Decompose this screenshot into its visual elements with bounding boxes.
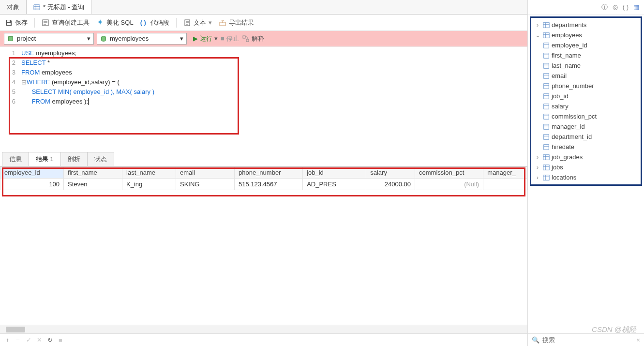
tree-col-commission_pct[interactable]: commission_pct	[532, 111, 640, 121]
col-salary[interactable]: salary	[366, 167, 415, 179]
tree-employees[interactable]: ⌄employees	[532, 30, 640, 40]
tab-objects[interactable]: 对象	[0, 0, 27, 14]
explain-button[interactable]: 解释	[242, 34, 264, 43]
remove-row-icon[interactable]: −	[15, 337, 21, 344]
sql-editor[interactable]: 123456 USE myemployees; SELECT * FROM em…	[0, 46, 527, 143]
expand-icon[interactable]: ›	[534, 21, 541, 29]
column-icon	[543, 123, 550, 130]
grid-icon[interactable]: ▦	[633, 3, 639, 11]
col-commission_pct[interactable]: commission_pct	[415, 167, 483, 179]
apply-icon[interactable]: ✓	[25, 337, 32, 344]
snippet-button[interactable]: ( ) 代码段	[140, 18, 169, 27]
refresh-icon[interactable]: ↻	[46, 337, 53, 344]
col-first_name[interactable]: first_name	[64, 167, 122, 179]
svg-rect-33	[544, 114, 549, 119]
cell-first_name[interactable]: Steven	[64, 179, 122, 190]
connection-select[interactable]: project ▾	[4, 33, 94, 45]
beautify-button[interactable]: 美化 SQL	[96, 18, 134, 27]
close-icon[interactable]: ×	[636, 336, 640, 344]
chevron-down-icon: ▾	[209, 19, 212, 26]
save-button[interactable]: 保存	[5, 18, 28, 27]
paren-icon[interactable]: ( )	[623, 3, 629, 11]
tree-col-first_name[interactable]: first_name	[532, 50, 640, 60]
run-button[interactable]: ▶ 运行 ▾	[193, 34, 218, 43]
main-toolbar: 保存 查询创建工具 美化 SQL ( ) 代码段 文本 ▾	[0, 15, 527, 31]
tree-col-phone_number[interactable]: phone_number	[532, 81, 640, 91]
save-icon	[5, 19, 13, 27]
tree-locations[interactable]: ›locations	[532, 172, 640, 182]
expand-icon[interactable]: ›	[534, 164, 541, 171]
search-icon: 🔍	[532, 336, 539, 344]
query-builder-button[interactable]: 查询创建工具	[42, 18, 90, 27]
col-last_name[interactable]: last_name	[122, 167, 176, 179]
export-button[interactable]: 导出结果	[219, 18, 254, 27]
col-job_id[interactable]: job_id	[303, 167, 366, 179]
cell-salary[interactable]: 24000.00	[366, 179, 415, 190]
search-input[interactable]	[542, 336, 633, 344]
database-select[interactable]: myemployees ▾	[97, 33, 187, 45]
text-button[interactable]: 文本 ▾	[183, 18, 212, 27]
tab-info[interactable]: 信息	[2, 152, 29, 166]
schema-tree[interactable]: ›departments ⌄employees employee_id firs…	[532, 20, 640, 182]
play-icon: ▶	[193, 35, 198, 42]
tab-query[interactable]: * 无标题 - 查询	[27, 0, 91, 14]
search-bar[interactable]: 🔍 ×	[528, 333, 644, 346]
save-label: 保存	[15, 18, 28, 27]
cell-email[interactable]: SKING	[176, 179, 234, 190]
tree-col-last_name[interactable]: last_name	[532, 60, 640, 71]
svg-rect-44	[543, 165, 549, 170]
tree-col-email[interactable]: email	[532, 71, 640, 81]
expand-icon[interactable]: ›	[534, 153, 541, 161]
chevron-down-icon: ▾	[214, 35, 218, 42]
svg-rect-0	[34, 4, 40, 10]
svg-rect-39	[544, 144, 549, 150]
svg-rect-31	[544, 104, 549, 109]
stop-label: 停止	[226, 34, 239, 43]
info-icon[interactable]: ⓘ	[601, 3, 608, 12]
cell-commission_pct[interactable]: (Null)	[415, 179, 483, 190]
col-employee_id[interactable]: employee_id	[0, 167, 64, 179]
cell-phone_number[interactable]: 515.123.4567	[234, 179, 302, 190]
horizontal-scrollbar[interactable]	[0, 325, 527, 333]
cancel-icon[interactable]: ✕	[36, 337, 43, 344]
svg-rect-19	[544, 43, 549, 48]
tree-col-employee_id[interactable]: employee_id	[532, 40, 640, 50]
chevron-down-icon: ▾	[180, 35, 183, 42]
col-email[interactable]: email	[176, 167, 234, 179]
separator	[176, 18, 177, 28]
column-icon	[543, 52, 550, 59]
table-icon	[543, 164, 550, 171]
col-manager[interactable]: manager_	[483, 167, 527, 179]
table-row[interactable]: 100 Steven K_ing SKING 515.123.4567 AD_P…	[0, 179, 527, 190]
scroll-thumb[interactable]	[6, 327, 25, 332]
add-row-icon[interactable]: +	[4, 337, 11, 344]
col-phone_number[interactable]: phone_number	[234, 167, 302, 179]
tree-col-department_id[interactable]: department_id	[532, 132, 640, 142]
tree-jobs[interactable]: ›jobs	[532, 162, 640, 172]
column-icon	[543, 113, 550, 120]
tab-result1[interactable]: 结果 1	[29, 152, 61, 166]
cell-last_name[interactable]: K_ing	[122, 179, 176, 190]
result-grid-wrap: employee_id first_name last_name email p…	[0, 166, 527, 190]
tree-departments[interactable]: ›departments	[532, 20, 640, 30]
tab-status[interactable]: 状态	[87, 152, 114, 166]
result-grid[interactable]: employee_id first_name last_name email p…	[0, 166, 527, 190]
tree-job_grades[interactable]: ›job_grades	[532, 152, 640, 162]
view-icon[interactable]: ◎	[613, 3, 618, 11]
export-icon	[219, 19, 226, 27]
tree-col-salary[interactable]: salary	[532, 101, 640, 111]
tree-col-job_id[interactable]: job_id	[532, 91, 640, 101]
tree-col-manager_id[interactable]: manager_id	[532, 121, 640, 132]
code-area[interactable]: USE myemployees; SELECT * FROM employees…	[19, 46, 527, 143]
tree-col-hiredate[interactable]: hiredate	[532, 142, 640, 152]
svg-rect-21	[544, 53, 549, 58]
stop-icon[interactable]: ■	[57, 337, 64, 344]
cell-employee_id[interactable]: 100	[0, 179, 64, 190]
cell-manager[interactable]	[483, 179, 527, 190]
explain-label: 解释	[252, 34, 264, 43]
stop-button: ■ 停止	[221, 34, 239, 43]
cell-job_id[interactable]: AD_PRES	[303, 179, 366, 190]
collapse-icon[interactable]: ⌄	[534, 31, 541, 39]
tab-profile[interactable]: 剖析	[60, 152, 88, 166]
expand-icon[interactable]: ›	[534, 174, 541, 181]
